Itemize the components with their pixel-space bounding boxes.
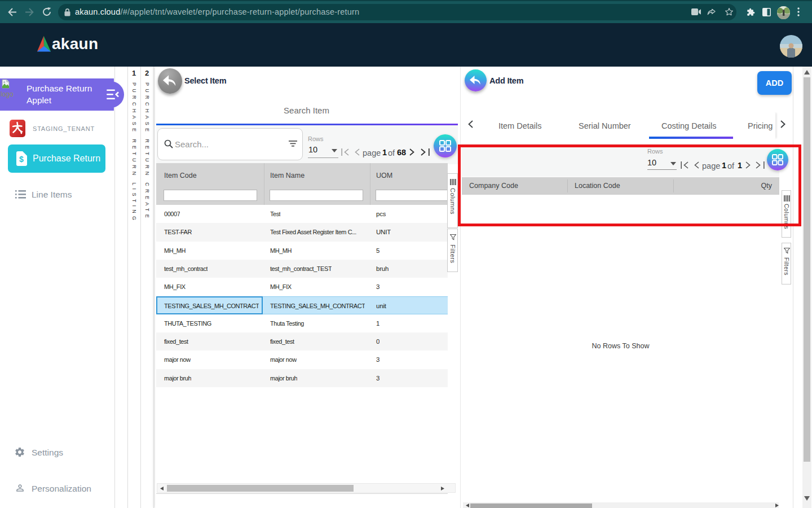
svg-text:$: $	[19, 155, 24, 164]
